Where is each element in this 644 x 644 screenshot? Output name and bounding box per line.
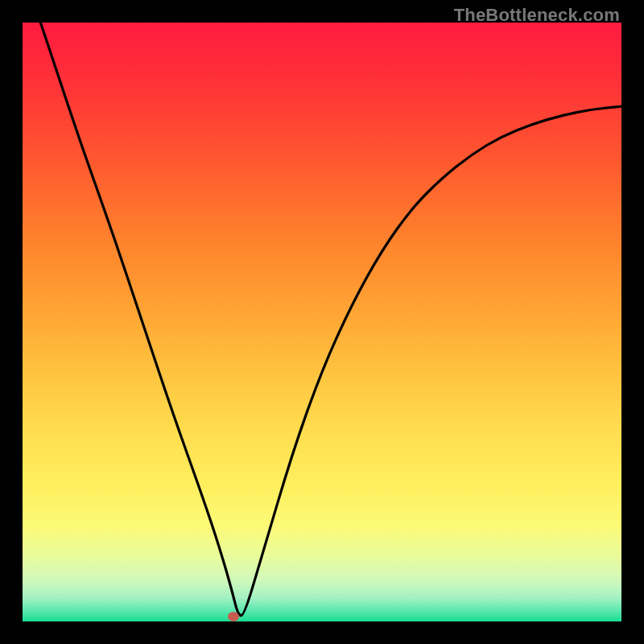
bottleneck-curve xyxy=(23,23,621,621)
chart-canvas: TheBottleneck.com xyxy=(0,0,644,644)
plot-area xyxy=(23,23,621,621)
optimal-point-marker xyxy=(228,612,239,621)
